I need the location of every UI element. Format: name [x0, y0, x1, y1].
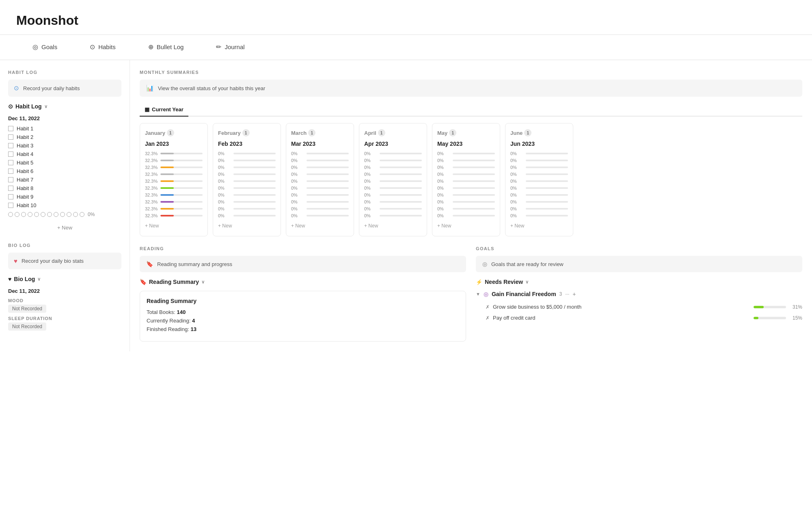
month-habit-pct-2-9: 0%	[291, 213, 304, 218]
month-habit-row-0-6: 32.3%	[145, 193, 203, 197]
month-habit-bar-bg-5-0	[526, 153, 568, 154]
month-habit-pct-5-0: 0%	[510, 151, 523, 156]
month-habit-bar-bg-2-5	[307, 187, 349, 189]
habit-item-6[interactable]: Habit 6	[8, 168, 121, 174]
goals-info-box[interactable]: ◎ Goals that are ready for review	[476, 256, 802, 272]
habit-checkbox-4[interactable]	[8, 151, 13, 157]
month-new-btn-5[interactable]: + New	[510, 221, 568, 230]
month-habit-bar-bg-5-1	[526, 160, 568, 161]
month-habit-pct-1-8: 0%	[218, 206, 231, 211]
month-habit-bar-bg-1-6	[233, 194, 276, 196]
goals-review-header[interactable]: ⚡ Needs Review ∨	[476, 279, 802, 285]
habit-checkbox-5[interactable]	[8, 160, 13, 165]
habit-record-box[interactable]: ⊙ Record your daily habits	[8, 80, 121, 97]
habit-item-1[interactable]: Habit 1	[8, 126, 121, 132]
month-habit-bar-bg-3-5	[380, 187, 422, 189]
goal-sub-item-0: ✗ Grow side business to $5,000 / month 3…	[476, 301, 802, 312]
bio-sleep-label: SLEEP DURATION	[8, 316, 121, 321]
month-header-0: January 1	[145, 129, 203, 136]
reading-stat-0: Total Books: 140	[147, 309, 459, 315]
month-new-btn-0[interactable]: + New	[145, 221, 203, 230]
habit-checkbox-1[interactable]	[8, 126, 13, 131]
month-habit-row-0-1: 32.3%	[145, 158, 203, 163]
month-habit-row-3-9: 0%	[364, 213, 422, 218]
nav-bullet-log[interactable]: ⊕ Bullet Log	[132, 35, 200, 60]
month-habit-pct-1-6: 0%	[218, 193, 231, 197]
month-habit-row-1-0: 0%	[218, 151, 276, 156]
month-habit-bar-bg-2-7	[307, 201, 349, 203]
month-habit-pct-2-7: 0%	[291, 199, 304, 204]
month-habit-row-5-4: 0%	[510, 179, 568, 184]
month-new-btn-3[interactable]: + New	[364, 221, 422, 230]
month-header-5: June 1	[510, 129, 568, 136]
month-habit-pct-1-9: 0%	[218, 213, 231, 218]
progress-circle-7	[47, 212, 52, 217]
reading-header-label: Reading Summary	[149, 279, 199, 285]
habit-item-2[interactable]: Habit 2	[8, 134, 121, 140]
bio-log-section: BIO LOG ♥ Record your daily bio stats ♥ …	[8, 243, 121, 331]
month-habit-bar-bg-4-4	[453, 180, 495, 182]
bio-record-icon: ♥	[14, 258, 17, 264]
nav-habits[interactable]: ⊙ Habits	[73, 35, 132, 60]
goal-sub-name-1: Pay off credit card	[493, 315, 750, 321]
goal-add-button[interactable]: +	[572, 291, 576, 297]
habit-label-3: Habit 3	[17, 143, 33, 149]
reading-summary-header[interactable]: 🔖 Reading Summary ∨	[140, 279, 466, 285]
month-new-btn-1[interactable]: + New	[218, 221, 276, 230]
habit-checkbox-8[interactable]	[8, 186, 13, 191]
month-year-3: Apr 2023	[364, 141, 422, 147]
habit-checkbox-3[interactable]	[8, 143, 13, 148]
bio-record-box[interactable]: ♥ Record your daily bio stats	[8, 253, 121, 269]
habit-item-10[interactable]: Habit 10	[8, 202, 121, 208]
habit-new-button[interactable]: + New	[8, 221, 121, 235]
month-habit-bar-bg-3-9	[380, 215, 422, 216]
habit-item-9[interactable]: Habit 9	[8, 194, 121, 200]
habit-label-1: Habit 1	[17, 126, 33, 132]
month-habit-bar-fill-0-2	[160, 167, 174, 168]
month-habit-row-4-8: 0%	[437, 206, 495, 211]
habit-record-icon: ⊙	[14, 84, 19, 92]
goals-section-title: GOALS	[476, 246, 802, 251]
monthly-info-label: View the overall status of your habits t…	[158, 85, 265, 91]
habit-checkbox-10[interactable]	[8, 203, 13, 208]
habit-checkbox-2[interactable]	[8, 134, 13, 140]
month-name-3: April	[364, 130, 376, 136]
month-habit-row-4-1: 0%	[437, 158, 495, 163]
month-header-2: March 1	[291, 129, 349, 136]
month-new-btn-2[interactable]: + New	[291, 221, 349, 230]
month-badge-5: 1	[524, 129, 531, 136]
month-header-1: February 1	[218, 129, 276, 136]
goal-item-financial[interactable]: ▼ ◎ Gain Financial Freedom 3 ··· +	[476, 291, 802, 297]
habit-checkbox-7[interactable]	[8, 177, 13, 182]
month-habit-pct-0-2: 32.3%	[145, 165, 158, 170]
bio-log-chevron: ∨	[37, 277, 41, 282]
month-habit-pct-1-2: 0%	[218, 165, 231, 170]
monthly-info-box[interactable]: 📊 View the overall status of your habits…	[140, 80, 802, 97]
habit-date: Dec 11, 2022	[8, 115, 121, 121]
habit-item-5[interactable]: Habit 5	[8, 160, 121, 166]
tab-current-year[interactable]: ▦ Current Year	[140, 103, 188, 117]
reading-stats: Total Books: 140Currently Reading: 4Fini…	[147, 309, 459, 332]
month-habit-bar-bg-1-2	[233, 167, 276, 168]
month-habit-pct-0-7: 32.3%	[145, 199, 158, 204]
habit-checkbox-9[interactable]	[8, 194, 13, 199]
habit-item-3[interactable]: Habit 3	[8, 143, 121, 149]
habit-log-header[interactable]: ⊙ Habit Log ∨	[8, 103, 121, 110]
month-habit-pct-1-7: 0%	[218, 199, 231, 204]
nav-goals[interactable]: ◎ Goals	[16, 35, 73, 60]
month-habit-bar-bg-2-9	[307, 215, 349, 216]
habit-checkbox-6[interactable]	[8, 169, 13, 174]
reading-info-box[interactable]: 🔖 Reading summary and progress	[140, 256, 466, 272]
month-col-february: February 1 Feb 2023 0% 0% 0%	[213, 123, 281, 236]
bio-log-header[interactable]: ♥ Bio Log ∨	[8, 276, 121, 282]
month-habit-pct-5-3: 0%	[510, 172, 523, 177]
habit-item-4[interactable]: Habit 4	[8, 151, 121, 157]
goals-info-label: Goals that are ready for review	[491, 261, 564, 267]
month-habit-bar-fill-0-1	[160, 160, 174, 161]
month-habit-bar-bg-3-8	[380, 208, 422, 210]
habit-item-8[interactable]: Habit 8	[8, 185, 121, 191]
habit-item-7[interactable]: Habit 7	[8, 177, 121, 183]
nav-journal[interactable]: ✏ Journal	[200, 35, 261, 60]
month-new-btn-4[interactable]: + New	[437, 221, 495, 230]
month-habit-bar-bg-0-9	[160, 215, 203, 216]
